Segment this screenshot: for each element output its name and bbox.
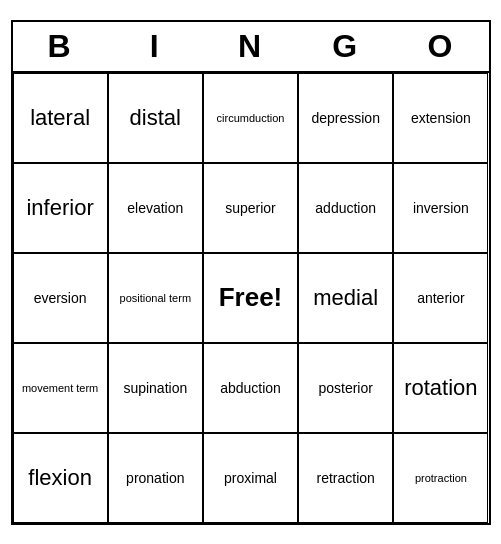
cell-r4-c3: retraction — [298, 433, 393, 523]
cell-r0-c3: depression — [298, 73, 393, 163]
cell-r1-c0: inferior — [13, 163, 108, 253]
header-g: G — [298, 22, 393, 71]
cell-r1-c2: superior — [203, 163, 298, 253]
cell-r4-c2: proximal — [203, 433, 298, 523]
bingo-header: B I N G O — [13, 22, 489, 71]
cell-r0-c2: circumduction — [203, 73, 298, 163]
cell-r0-c0: lateral — [13, 73, 108, 163]
bingo-grid: lateraldistalcircumductiondepressionexte… — [13, 71, 489, 523]
cell-r2-c3: medial — [298, 253, 393, 343]
cell-r2-c4: anterior — [393, 253, 488, 343]
cell-r4-c4: protraction — [393, 433, 488, 523]
cell-r3-c1: supination — [108, 343, 203, 433]
cell-r1-c3: adduction — [298, 163, 393, 253]
cell-r4-c1: pronation — [108, 433, 203, 523]
cell-r1-c4: inversion — [393, 163, 488, 253]
bingo-card: B I N G O lateraldistalcircumductiondepr… — [11, 20, 491, 525]
cell-r3-c3: posterior — [298, 343, 393, 433]
cell-r0-c1: distal — [108, 73, 203, 163]
header-i: I — [108, 22, 203, 71]
cell-r2-c1: positional term — [108, 253, 203, 343]
cell-r2-c0: eversion — [13, 253, 108, 343]
header-b: B — [13, 22, 108, 71]
cell-r1-c1: elevation — [108, 163, 203, 253]
cell-r3-c2: abduction — [203, 343, 298, 433]
header-n: N — [203, 22, 298, 71]
cell-r2-c2: Free! — [203, 253, 298, 343]
cell-r0-c4: extension — [393, 73, 488, 163]
cell-r4-c0: flexion — [13, 433, 108, 523]
cell-r3-c0: movement term — [13, 343, 108, 433]
header-o: O — [393, 22, 488, 71]
cell-r3-c4: rotation — [393, 343, 488, 433]
